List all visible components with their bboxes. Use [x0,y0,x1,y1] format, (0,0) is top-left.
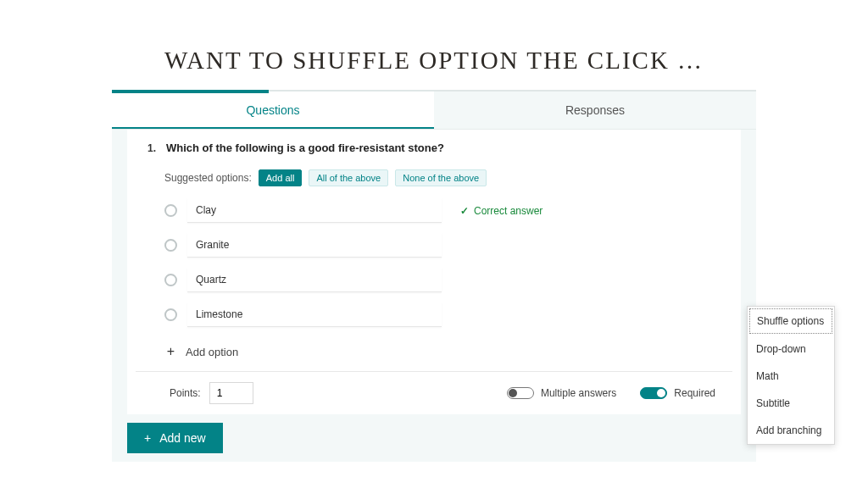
option-row: Clay Correct answer [164,198,727,223]
add-all-button[interactable]: Add all [259,169,303,186]
radio-icon[interactable] [164,274,177,286]
required-toggle[interactable]: Required [640,387,715,399]
add-new-label: Add new [159,431,205,445]
form-builder: Questions Responses 1. Which of the foll… [112,90,756,462]
option-input[interactable]: Limestone [187,302,442,327]
add-new-button[interactable]: + Add new [127,423,223,453]
question-card: 1. Which of the following is a good fire… [127,130,741,414]
suggest-all-above[interactable]: All of the above [309,169,388,186]
radio-icon[interactable] [164,308,177,321]
plus-icon: + [144,431,151,445]
plus-icon: + [164,344,177,359]
question-footer: Points: Multiple answers Required [136,371,732,414]
add-option-label: Add option [186,346,238,358]
question-settings-menu: Shuffle options Drop-down Math Subtitle … [747,306,835,445]
option-input[interactable]: Clay [187,198,442,223]
required-label: Required [674,387,715,399]
radio-icon[interactable] [164,204,177,217]
menu-add-branching[interactable]: Add branching [748,417,834,444]
option-row: Limestone [164,302,727,327]
add-new-bar: + Add new [112,414,756,462]
points-label: Points: [170,387,201,399]
toggle-switch-on [640,387,667,399]
tabs: Questions Responses [112,92,756,130]
multiple-label: Multiple answers [541,387,616,399]
question-text[interactable]: Which of the following is a good fire-re… [166,141,444,154]
option-input[interactable]: Quartz [187,268,442,292]
radio-icon[interactable] [164,239,177,252]
points-input[interactable] [209,382,253,404]
suggest-none-above[interactable]: None of the above [395,169,487,186]
check-icon [460,205,469,217]
accent-bar [112,90,269,93]
correct-label: Correct answer [474,205,542,217]
suggested-label: Suggested options: [164,172,252,184]
menu-math[interactable]: Math [748,363,834,390]
tab-questions[interactable]: Questions [112,92,434,129]
toggle-switch-off [507,387,534,399]
add-option-button[interactable]: + Add option [136,337,732,371]
menu-dropdown[interactable]: Drop-down [748,336,834,363]
menu-subtitle[interactable]: Subtitle [748,390,834,417]
slide-title: WANT TO SHUFFLE OPTION THE CLICK … [0,0,868,90]
options-list: Clay Correct answer Granite Quartz Limes… [136,195,732,327]
suggested-options-row: Suggested options: Add all All of the ab… [136,163,732,195]
option-row: Quartz [164,268,727,292]
menu-shuffle-options[interactable]: Shuffle options [749,308,832,334]
tab-responses[interactable]: Responses [434,92,756,129]
question-number: 1. [141,142,156,154]
correct-answer-badge: Correct answer [460,205,542,217]
option-input[interactable]: Granite [187,233,442,258]
multiple-answers-toggle[interactable]: Multiple answers [507,387,616,399]
question-header: 1. Which of the following is a good fire… [136,138,732,163]
option-row: Granite [164,233,727,258]
